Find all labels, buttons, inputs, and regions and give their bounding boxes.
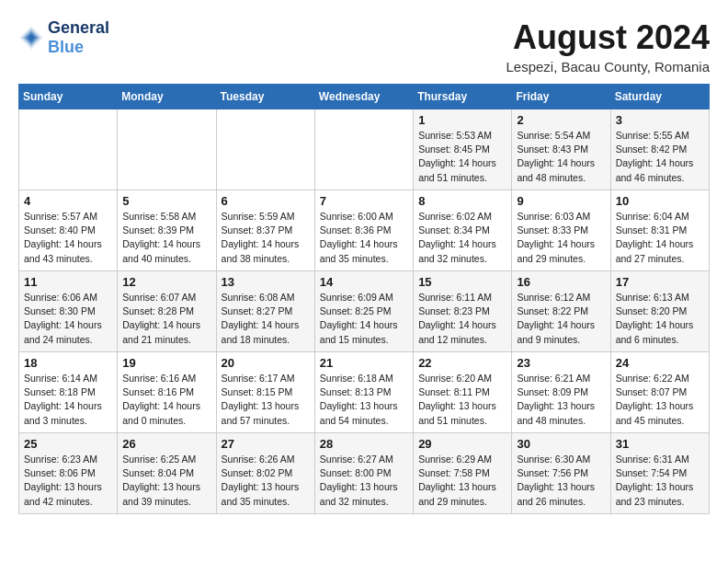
day-detail: Sunrise: 5:54 AMSunset: 8:43 PMDaylight:… <box>517 129 605 185</box>
calendar-week-3: 11Sunrise: 6:06 AMSunset: 8:30 PMDayligh… <box>19 271 710 352</box>
calendar-day-13: 13Sunrise: 6:08 AMSunset: 8:27 PMDayligh… <box>216 271 314 352</box>
calendar-week-4: 18Sunrise: 6:14 AMSunset: 8:18 PMDayligh… <box>19 352 710 433</box>
day-detail: Sunrise: 6:04 AMSunset: 8:31 PMDaylight:… <box>616 210 704 266</box>
day-number: 27 <box>222 437 310 451</box>
day-number: 4 <box>24 194 112 208</box>
calendar-day-25: 25Sunrise: 6:23 AMSunset: 8:06 PMDayligh… <box>19 433 118 514</box>
day-detail: Sunrise: 5:55 AMSunset: 8:42 PMDaylight:… <box>616 129 704 185</box>
calendar-day-15: 15Sunrise: 6:11 AMSunset: 8:23 PMDayligh… <box>414 271 512 352</box>
day-detail: Sunrise: 5:53 AMSunset: 8:45 PMDaylight:… <box>418 129 506 185</box>
day-number: 11 <box>24 275 112 289</box>
day-number: 15 <box>418 275 506 289</box>
day-number: 26 <box>122 437 210 451</box>
day-number: 23 <box>517 356 605 370</box>
calendar-day-1: 1Sunrise: 5:53 AMSunset: 8:45 PMDaylight… <box>414 109 512 190</box>
calendar-day-30: 30Sunrise: 6:30 AMSunset: 7:56 PMDayligh… <box>512 433 610 514</box>
location-subtitle: Lespezi, Bacau County, Romania <box>506 59 710 75</box>
day-number: 22 <box>418 356 506 370</box>
calendar-day-29: 29Sunrise: 6:29 AMSunset: 7:58 PMDayligh… <box>414 433 512 514</box>
day-number: 21 <box>320 356 408 370</box>
day-number: 16 <box>517 275 605 289</box>
day-number: 18 <box>24 356 112 370</box>
day-number: 13 <box>222 275 310 289</box>
day-number: 20 <box>222 356 310 370</box>
calendar-day-18: 18Sunrise: 6:14 AMSunset: 8:18 PMDayligh… <box>19 352 118 433</box>
calendar-day-7: 7Sunrise: 6:00 AMSunset: 8:36 PMDaylight… <box>314 190 413 271</box>
calendar-day-20: 20Sunrise: 6:17 AMSunset: 8:15 PMDayligh… <box>216 352 314 433</box>
day-detail: Sunrise: 6:17 AMSunset: 8:15 PMDaylight:… <box>222 372 310 428</box>
day-number: 19 <box>122 356 210 370</box>
day-number: 2 <box>517 113 605 127</box>
column-header-friday: Friday <box>512 85 610 109</box>
calendar-day-16: 16Sunrise: 6:12 AMSunset: 8:22 PMDayligh… <box>512 271 610 352</box>
page-header: General Blue August 2024 Lespezi, Bacau … <box>18 18 710 75</box>
day-detail: Sunrise: 6:23 AMSunset: 8:06 PMDaylight:… <box>24 453 112 509</box>
calendar-day-26: 26Sunrise: 6:25 AMSunset: 8:04 PMDayligh… <box>118 433 216 514</box>
logo-text: General Blue <box>48 18 109 57</box>
calendar-table: SundayMondayTuesdayWednesdayThursdayFrid… <box>18 84 710 514</box>
calendar-week-5: 25Sunrise: 6:23 AMSunset: 8:06 PMDayligh… <box>19 433 710 514</box>
calendar-day-19: 19Sunrise: 6:16 AMSunset: 8:16 PMDayligh… <box>118 352 216 433</box>
day-detail: Sunrise: 5:59 AMSunset: 8:37 PMDaylight:… <box>222 210 310 266</box>
day-detail: Sunrise: 6:26 AMSunset: 8:02 PMDaylight:… <box>222 453 310 509</box>
calendar-week-2: 4Sunrise: 5:57 AMSunset: 8:40 PMDaylight… <box>19 190 710 271</box>
column-header-sunday: Sunday <box>19 85 118 109</box>
day-detail: Sunrise: 6:20 AMSunset: 8:11 PMDaylight:… <box>418 372 506 428</box>
calendar-day-28: 28Sunrise: 6:27 AMSunset: 8:00 PMDayligh… <box>314 433 413 514</box>
day-number: 31 <box>616 437 704 451</box>
calendar-day-10: 10Sunrise: 6:04 AMSunset: 8:31 PMDayligh… <box>610 190 709 271</box>
calendar-day-12: 12Sunrise: 6:07 AMSunset: 8:28 PMDayligh… <box>118 271 216 352</box>
day-number: 17 <box>616 275 704 289</box>
title-area: August 2024 Lespezi, Bacau County, Roman… <box>506 18 710 75</box>
day-number: 25 <box>24 437 112 451</box>
day-number: 29 <box>418 437 506 451</box>
day-number: 14 <box>320 275 408 289</box>
day-detail: Sunrise: 6:31 AMSunset: 7:54 PMDaylight:… <box>616 453 704 509</box>
calendar-day-4: 4Sunrise: 5:57 AMSunset: 8:40 PMDaylight… <box>19 190 118 271</box>
day-number: 12 <box>122 275 210 289</box>
calendar-day-empty-0-1 <box>118 109 216 190</box>
calendar-day-6: 6Sunrise: 5:59 AMSunset: 8:37 PMDaylight… <box>216 190 314 271</box>
day-number: 5 <box>122 194 210 208</box>
column-header-tuesday: Tuesday <box>216 85 314 109</box>
day-detail: Sunrise: 6:00 AMSunset: 8:36 PMDaylight:… <box>320 210 408 266</box>
calendar-day-empty-0-0 <box>19 109 118 190</box>
day-detail: Sunrise: 6:02 AMSunset: 8:34 PMDaylight:… <box>418 210 506 266</box>
calendar-day-24: 24Sunrise: 6:22 AMSunset: 8:07 PMDayligh… <box>610 352 709 433</box>
calendar-header-row: SundayMondayTuesdayWednesdayThursdayFrid… <box>19 85 710 109</box>
day-number: 1 <box>418 113 506 127</box>
calendar-day-31: 31Sunrise: 6:31 AMSunset: 7:54 PMDayligh… <box>610 433 709 514</box>
logo-icon <box>18 25 44 51</box>
day-detail: Sunrise: 6:07 AMSunset: 8:28 PMDaylight:… <box>122 291 210 347</box>
day-detail: Sunrise: 6:21 AMSunset: 8:09 PMDaylight:… <box>517 372 605 428</box>
column-header-saturday: Saturday <box>610 85 709 109</box>
day-detail: Sunrise: 6:30 AMSunset: 7:56 PMDaylight:… <box>517 453 605 509</box>
day-detail: Sunrise: 5:58 AMSunset: 8:39 PMDaylight:… <box>122 210 210 266</box>
calendar-day-8: 8Sunrise: 6:02 AMSunset: 8:34 PMDaylight… <box>414 190 512 271</box>
calendar-day-2: 2Sunrise: 5:54 AMSunset: 8:43 PMDaylight… <box>512 109 610 190</box>
day-detail: Sunrise: 6:09 AMSunset: 8:25 PMDaylight:… <box>320 291 408 347</box>
day-detail: Sunrise: 6:03 AMSunset: 8:33 PMDaylight:… <box>517 210 605 266</box>
column-header-thursday: Thursday <box>414 85 512 109</box>
day-detail: Sunrise: 5:57 AMSunset: 8:40 PMDaylight:… <box>24 210 112 266</box>
calendar-day-empty-0-2 <box>216 109 314 190</box>
calendar-day-5: 5Sunrise: 5:58 AMSunset: 8:39 PMDaylight… <box>118 190 216 271</box>
month-year-title: August 2024 <box>506 18 710 57</box>
day-detail: Sunrise: 6:29 AMSunset: 7:58 PMDaylight:… <box>418 453 506 509</box>
calendar-day-21: 21Sunrise: 6:18 AMSunset: 8:13 PMDayligh… <box>314 352 413 433</box>
day-number: 10 <box>616 194 704 208</box>
calendar-day-22: 22Sunrise: 6:20 AMSunset: 8:11 PMDayligh… <box>414 352 512 433</box>
day-number: 9 <box>517 194 605 208</box>
calendar-day-empty-0-3 <box>314 109 413 190</box>
day-detail: Sunrise: 6:27 AMSunset: 8:00 PMDaylight:… <box>320 453 408 509</box>
calendar-day-11: 11Sunrise: 6:06 AMSunset: 8:30 PMDayligh… <box>19 271 118 352</box>
day-detail: Sunrise: 6:14 AMSunset: 8:18 PMDaylight:… <box>24 372 112 428</box>
day-number: 30 <box>517 437 605 451</box>
calendar-day-17: 17Sunrise: 6:13 AMSunset: 8:20 PMDayligh… <box>610 271 709 352</box>
column-header-wednesday: Wednesday <box>314 85 413 109</box>
calendar-day-27: 27Sunrise: 6:26 AMSunset: 8:02 PMDayligh… <box>216 433 314 514</box>
day-number: 24 <box>616 356 704 370</box>
calendar-day-23: 23Sunrise: 6:21 AMSunset: 8:09 PMDayligh… <box>512 352 610 433</box>
column-header-monday: Monday <box>118 85 216 109</box>
calendar-day-14: 14Sunrise: 6:09 AMSunset: 8:25 PMDayligh… <box>314 271 413 352</box>
